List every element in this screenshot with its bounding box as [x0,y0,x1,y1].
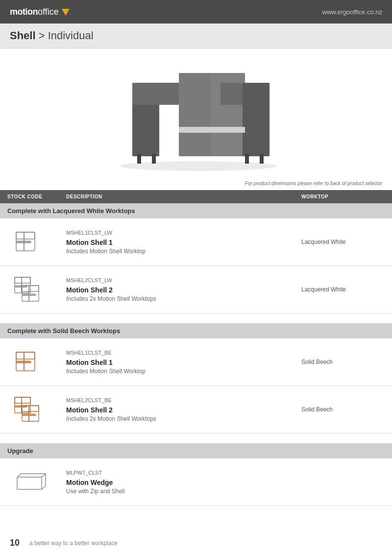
product-icon-1-1 [0,395,59,424]
table-row: MSHEL2CLST_LW Motion Shell 2 Includes 2x… [0,266,392,313]
logo-office: office [38,7,59,17]
svg-rect-27 [16,361,31,363]
svg-point-12 [120,161,277,171]
product-desc: Includes Motion Shell Worktop [66,248,287,255]
product-worktop-0-1: Lacquered White [294,286,392,293]
logo-diamond-icon [62,9,70,16]
svg-rect-3 [179,73,213,156]
dimensions-note: For product dimensions please refer to b… [0,181,392,190]
svg-rect-21 [22,286,29,301]
svg-rect-11 [260,154,264,164]
svg-rect-30 [15,397,30,403]
header-url: www.ergooffice.co.nz [322,8,382,16]
header: motionoffice www.ergooffice.co.nz [0,0,392,24]
product-worktop-0-0: Lacquered White [294,239,392,245]
product-info-1-0: MSHEL1CLST_BE Motion Shell 1 Includes Mo… [59,350,294,375]
svg-rect-36 [22,414,36,416]
breadcrumb-rest: > Individual [36,29,94,42]
product-icon-1-0 [0,347,59,377]
product-info-2-0: MLPW7_CLST Motion Wedge Use with Zip and… [59,470,294,495]
svg-rect-18 [15,277,30,283]
table-header: STOCK CODE DESCRIPTION WORKTOP [0,190,392,203]
product-icon-2-0 [0,467,59,497]
product-name: Motion Shell 2 [66,406,287,414]
col-stockcode: STOCK CODE [0,190,59,203]
product-name: Motion Shell 1 [66,359,287,366]
product-info-1-1: MSHEL2CLST_BE Motion Shell 2 Includes 2x… [59,397,294,422]
product-code: MLPW7_CLST [66,470,287,476]
product-code: MSHEL2CLST_LW [66,277,287,283]
product-code: MSHEL2CLST_BE [66,397,287,403]
table-row: MSHEL1CLST_LW Motion Shell 1 Includes Mo… [0,218,392,266]
svg-rect-15 [16,241,31,243]
product-name: Motion Shell 2 [66,286,287,294]
svg-line-42 [42,486,46,489]
product-icon-0-0 [0,227,59,257]
svg-rect-10 [245,154,249,164]
svg-rect-2 [132,83,181,105]
section-header-1: Complete with Solid Beech Worktops [0,323,392,338]
svg-rect-17 [15,277,22,293]
svg-rect-7 [179,127,245,133]
breadcrumb: Shell > Individual [10,29,94,42]
sections-container: Complete with Lacquered White Worktops M… [0,203,392,506]
col-worktop: WORKTOP [294,190,392,203]
product-worktop-1-1: Solid Beech [294,406,392,413]
product-info-0-1: MSHEL2CLST_LW Motion Shell 2 Includes 2x… [59,277,294,302]
product-code: MSHEL1CLST_LW [66,230,287,236]
logo-motion: motion [10,7,38,17]
section-header-2: Upgrade [0,443,392,458]
table-row: MLPW7_CLST Motion Wedge Use with Zip and… [0,458,392,506]
product-name: Motion Wedge [66,479,287,486]
product-main-image [103,63,289,176]
logo-area: motionoffice [10,7,70,17]
svg-rect-33 [22,406,29,421]
section-header-0: Complete with Lacquered White Worktops [0,203,392,218]
product-icon-0-1 [0,275,59,304]
product-desc: Includes Motion Shell Worktop [66,368,287,375]
svg-rect-37 [17,477,42,489]
footer: 10 a better way to a better workplace [0,532,392,554]
svg-rect-29 [15,397,22,413]
col-description: DESCRIPTION [59,190,294,203]
product-worktop-1-0: Solid Beech [294,359,392,365]
footer-page-number: 10 [10,538,20,548]
svg-rect-14 [16,232,35,239]
svg-line-38 [17,474,21,477]
table-row: MSHEL2CLST_BE Motion Shell 2 Includes 2x… [0,386,392,434]
product-image-area [0,48,392,181]
svg-line-39 [42,474,46,477]
breadcrumb-bold: Shell [10,29,36,42]
svg-rect-6 [243,83,270,156]
svg-rect-26 [16,352,35,359]
product-code: MSHEL1CLST_BE [66,350,287,356]
table-row: MSHEL1CLST_BE Motion Shell 1 Includes Mo… [0,338,392,386]
product-desc: Includes 2x Motion Shell Worktops [66,415,287,422]
product-name: Motion Shell 1 [66,239,287,246]
product-info-0-0: MSHEL1CLST_LW Motion Shell 1 Includes Mo… [59,230,294,255]
svg-rect-8 [137,154,141,164]
product-desc: Includes 2x Motion Shell Worktops [66,295,287,302]
footer-tagline: a better way to a better workplace [29,540,118,547]
breadcrumb-bar: Shell > Individual [0,24,392,48]
product-desc: Use with Zip and Shell [66,488,287,495]
svg-rect-24 [22,294,36,296]
